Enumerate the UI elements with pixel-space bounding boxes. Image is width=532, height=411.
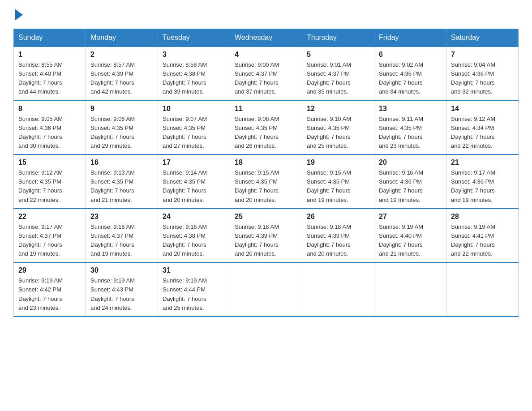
day-number: 3: [163, 51, 225, 59]
day-cell: 9Sunrise: 9:06 AM Sunset: 4:35 PM Daylig…: [86, 101, 158, 155]
day-info: Sunrise: 9:15 AM Sunset: 4:35 PM Dayligh…: [235, 168, 297, 205]
day-info: Sunrise: 9:05 AM Sunset: 4:36 PM Dayligh…: [18, 115, 81, 151]
calendar-table: SundayMondayTuesdayWednesdayThursdayFrid…: [13, 29, 519, 317]
day-number: 1: [18, 51, 81, 59]
day-info: Sunrise: 9:17 AM Sunset: 4:37 PM Dayligh…: [18, 223, 81, 259]
week-row-2: 8Sunrise: 9:05 AM Sunset: 4:36 PM Daylig…: [14, 101, 519, 155]
day-number: 30: [90, 266, 153, 274]
day-cell: 25Sunrise: 9:18 AM Sunset: 4:39 PM Dayli…: [230, 209, 302, 263]
day-number: 20: [379, 158, 442, 167]
day-info: Sunrise: 9:15 AM Sunset: 4:35 PM Dayligh…: [307, 168, 369, 205]
week-row-3: 15Sunrise: 9:12 AM Sunset: 4:35 PM Dayli…: [14, 154, 519, 209]
day-info: Sunrise: 9:07 AM Sunset: 4:35 PM Dayligh…: [163, 115, 225, 151]
day-cell: [446, 262, 519, 317]
day-info: Sunrise: 9:11 AM Sunset: 4:35 PM Dayligh…: [379, 115, 442, 151]
day-number: 6: [379, 51, 442, 59]
day-number: 5: [307, 51, 369, 59]
day-info: Sunrise: 9:00 AM Sunset: 4:37 PM Dayligh…: [235, 60, 297, 97]
day-cell: 11Sunrise: 9:08 AM Sunset: 4:35 PM Dayli…: [230, 101, 302, 155]
day-info: Sunrise: 8:57 AM Sunset: 4:39 PM Dayligh…: [90, 60, 153, 97]
day-cell: 5Sunrise: 9:01 AM Sunset: 4:37 PM Daylig…: [302, 47, 374, 101]
weekday-header-wednesday: Wednesday: [230, 29, 302, 47]
day-cell: 6Sunrise: 9:02 AM Sunset: 4:36 PM Daylig…: [374, 47, 446, 101]
day-info: Sunrise: 9:12 AM Sunset: 4:34 PM Dayligh…: [451, 115, 514, 151]
day-cell: 14Sunrise: 9:12 AM Sunset: 4:34 PM Dayli…: [446, 101, 519, 155]
day-cell: [230, 262, 302, 317]
day-number: 7: [451, 51, 514, 59]
weekday-header-friday: Friday: [374, 29, 446, 47]
logo-triangle-icon: [15, 9, 23, 21]
day-cell: 26Sunrise: 9:18 AM Sunset: 4:39 PM Dayli…: [302, 209, 374, 263]
day-cell: [374, 262, 446, 317]
weekday-header-saturday: Saturday: [446, 29, 519, 47]
day-info: Sunrise: 9:04 AM Sunset: 4:36 PM Dayligh…: [451, 60, 514, 97]
day-info: Sunrise: 9:19 AM Sunset: 4:41 PM Dayligh…: [451, 223, 514, 259]
day-cell: 24Sunrise: 9:18 AM Sunset: 4:38 PM Dayli…: [158, 209, 230, 263]
day-cell: 2Sunrise: 8:57 AM Sunset: 4:39 PM Daylig…: [86, 47, 158, 101]
day-cell: 12Sunrise: 9:10 AM Sunset: 4:35 PM Dayli…: [302, 101, 374, 155]
day-number: 19: [307, 158, 369, 167]
week-row-5: 29Sunrise: 9:19 AM Sunset: 4:42 PM Dayli…: [14, 262, 519, 317]
day-cell: 30Sunrise: 9:19 AM Sunset: 4:43 PM Dayli…: [86, 262, 158, 317]
day-cell: 27Sunrise: 9:19 AM Sunset: 4:40 PM Dayli…: [374, 209, 446, 263]
day-cell: 1Sunrise: 8:55 AM Sunset: 4:40 PM Daylig…: [14, 47, 86, 101]
day-cell: 23Sunrise: 9:18 AM Sunset: 4:37 PM Dayli…: [86, 209, 158, 263]
day-info: Sunrise: 9:10 AM Sunset: 4:35 PM Dayligh…: [307, 115, 369, 151]
day-cell: 7Sunrise: 9:04 AM Sunset: 4:36 PM Daylig…: [446, 47, 519, 101]
day-number: 10: [163, 105, 225, 113]
day-info: Sunrise: 8:55 AM Sunset: 4:40 PM Dayligh…: [18, 60, 81, 97]
day-number: 26: [307, 213, 369, 221]
day-info: Sunrise: 9:13 AM Sunset: 4:35 PM Dayligh…: [90, 168, 153, 205]
day-number: 24: [163, 213, 225, 221]
day-number: 18: [235, 158, 297, 167]
day-number: 11: [235, 105, 297, 113]
weekday-header-row: SundayMondayTuesdayWednesdayThursdayFrid…: [14, 29, 519, 47]
day-number: 15: [18, 158, 81, 167]
weekday-header-sunday: Sunday: [14, 29, 86, 47]
day-cell: 3Sunrise: 8:58 AM Sunset: 4:38 PM Daylig…: [158, 47, 230, 101]
day-info: Sunrise: 9:17 AM Sunset: 4:36 PM Dayligh…: [451, 168, 514, 205]
day-number: 16: [90, 158, 153, 167]
day-number: 4: [235, 51, 297, 59]
day-cell: 18Sunrise: 9:15 AM Sunset: 4:35 PM Dayli…: [230, 154, 302, 209]
day-info: Sunrise: 9:18 AM Sunset: 4:37 PM Dayligh…: [90, 223, 153, 259]
day-cell: 8Sunrise: 9:05 AM Sunset: 4:36 PM Daylig…: [14, 101, 86, 155]
day-number: 27: [379, 213, 442, 221]
day-number: 2: [90, 51, 153, 59]
day-cell: 21Sunrise: 9:17 AM Sunset: 4:36 PM Dayli…: [446, 154, 519, 209]
day-cell: 16Sunrise: 9:13 AM Sunset: 4:35 PM Dayli…: [86, 154, 158, 209]
day-info: Sunrise: 9:18 AM Sunset: 4:39 PM Dayligh…: [307, 223, 369, 259]
day-number: 12: [307, 105, 369, 113]
day-number: 8: [18, 105, 81, 113]
day-cell: 20Sunrise: 9:16 AM Sunset: 4:36 PM Dayli…: [374, 154, 446, 209]
day-cell: 17Sunrise: 9:14 AM Sunset: 4:35 PM Dayli…: [158, 154, 230, 209]
day-number: 23: [90, 213, 153, 221]
day-info: Sunrise: 9:19 AM Sunset: 4:44 PM Dayligh…: [163, 276, 225, 313]
day-info: Sunrise: 9:06 AM Sunset: 4:35 PM Dayligh…: [90, 115, 153, 151]
day-info: Sunrise: 9:19 AM Sunset: 4:40 PM Dayligh…: [379, 223, 442, 259]
day-info: Sunrise: 9:01 AM Sunset: 4:37 PM Dayligh…: [307, 60, 369, 97]
logo: [13, 9, 23, 20]
day-cell: 10Sunrise: 9:07 AM Sunset: 4:35 PM Dayli…: [158, 101, 230, 155]
day-number: 22: [18, 213, 81, 221]
day-info: Sunrise: 9:18 AM Sunset: 4:38 PM Dayligh…: [163, 223, 225, 259]
day-number: 31: [163, 266, 225, 274]
day-info: Sunrise: 8:58 AM Sunset: 4:38 PM Dayligh…: [163, 60, 225, 97]
day-info: Sunrise: 9:19 AM Sunset: 4:42 PM Dayligh…: [18, 276, 81, 313]
day-number: 28: [451, 213, 514, 221]
day-info: Sunrise: 9:08 AM Sunset: 4:35 PM Dayligh…: [235, 115, 297, 151]
day-info: Sunrise: 9:02 AM Sunset: 4:36 PM Dayligh…: [379, 60, 442, 97]
weekday-header-thursday: Thursday: [302, 29, 374, 47]
day-number: 9: [90, 105, 153, 113]
day-info: Sunrise: 9:16 AM Sunset: 4:36 PM Dayligh…: [379, 168, 442, 205]
day-cell: 31Sunrise: 9:19 AM Sunset: 4:44 PM Dayli…: [158, 262, 230, 317]
day-cell: 13Sunrise: 9:11 AM Sunset: 4:35 PM Dayli…: [374, 101, 446, 155]
day-number: 14: [451, 105, 514, 113]
day-cell: 22Sunrise: 9:17 AM Sunset: 4:37 PM Dayli…: [14, 209, 86, 263]
page-header: [13, 9, 519, 20]
day-cell: 4Sunrise: 9:00 AM Sunset: 4:37 PM Daylig…: [230, 47, 302, 101]
day-number: 25: [235, 213, 297, 221]
day-number: 21: [451, 158, 514, 167]
day-info: Sunrise: 9:12 AM Sunset: 4:35 PM Dayligh…: [18, 168, 81, 205]
week-row-1: 1Sunrise: 8:55 AM Sunset: 4:40 PM Daylig…: [14, 47, 519, 101]
